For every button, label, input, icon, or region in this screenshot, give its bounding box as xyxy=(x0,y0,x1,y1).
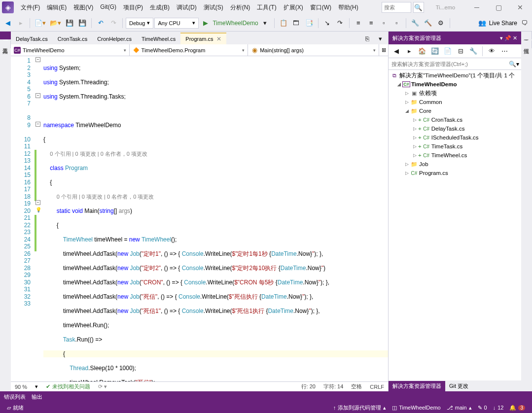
platform-dropdown[interactable]: Any CPU▾ xyxy=(154,18,199,29)
liveshare-icon[interactable]: 👥 xyxy=(476,17,488,29)
step-over-button[interactable]: ↷ xyxy=(334,17,346,29)
minimize-button[interactable]: ─ xyxy=(467,0,487,15)
code-content[interactable]: using System; using System.Threading; us… xyxy=(43,56,388,381)
properties-tab[interactable]: 属性 xyxy=(521,40,532,48)
menu-view[interactable]: 视图(V) xyxy=(71,1,96,14)
collapse-button[interactable]: ⊟ xyxy=(455,45,466,57)
home-button[interactable]: 🏠 xyxy=(416,45,428,57)
tab-delaytask[interactable]: DelayTask.cs xyxy=(11,33,53,44)
tb-icon-b[interactable]: 🔨 xyxy=(422,17,434,29)
properties-button[interactable]: 🔧 xyxy=(467,45,479,57)
tab-git-changes[interactable]: Git 更改 xyxy=(445,381,472,391)
solution-node[interactable]: ⧉解决方案"TimeWheelDemo"(1 个项目/共 1 个 xyxy=(389,71,521,80)
tb-btn-3[interactable]: 📑 xyxy=(303,17,315,29)
fold-button[interactable]: − xyxy=(35,93,40,98)
tab-output[interactable]: 输出 xyxy=(32,393,42,401)
search-button[interactable]: 🔍 xyxy=(413,2,424,13)
fold-button[interactable]: − xyxy=(35,122,40,127)
solution-explorer-header[interactable]: 解决方案资源管理器 ▾ 📌 ✕ xyxy=(389,32,521,44)
config-dropdown[interactable]: Debug▾ xyxy=(126,18,153,29)
sync-button[interactable]: 🔄 xyxy=(429,45,441,57)
fold-button[interactable]: − xyxy=(35,200,40,205)
fold-button[interactable]: − xyxy=(35,57,40,62)
save-button[interactable]: 💾 xyxy=(64,17,75,29)
repo-button[interactable]: ◫ TimeWheelDemo xyxy=(389,405,444,411)
menu-tools[interactable]: 工具(T) xyxy=(254,1,279,14)
nav-method-dropdown[interactable]: ◉ Main(string[] args)▾ xyxy=(248,44,379,56)
menu-extensions[interactable]: 扩展(X) xyxy=(281,1,306,14)
core-folder[interactable]: ◢📁Core xyxy=(389,106,521,115)
tab-pane-options-button[interactable]: ▾ xyxy=(374,33,386,44)
expand-icon[interactable]: ▷ xyxy=(404,100,409,104)
open-button[interactable]: 📂▾ xyxy=(48,17,63,29)
stash-button[interactable]: ↓ 12 xyxy=(490,405,507,411)
options-button[interactable]: ⋯ xyxy=(498,45,510,57)
line-indicator[interactable]: 行: 20 xyxy=(301,383,316,390)
comment-button[interactable]: ▫ xyxy=(378,17,390,29)
menu-edit[interactable]: 编辑(E) xyxy=(44,1,70,14)
nav-class-dropdown[interactable]: 🔶 TimeWheelDemo.Program▾ xyxy=(130,44,248,56)
source-control-button[interactable]: ↑ 添加到源代码管理 ▴ xyxy=(330,404,390,412)
navigate-fwd-button[interactable]: ▸ xyxy=(15,17,27,29)
menu-project[interactable]: 项目(P) xyxy=(120,1,146,14)
tab-error-list[interactable]: 错误列表 xyxy=(4,393,26,401)
auto-hide-button[interactable]: ▾ 📌 ✕ xyxy=(500,35,517,41)
deps-node[interactable]: ▷▣依赖项 xyxy=(389,89,521,98)
server-explorer-tab[interactable]: 服务器资源管理器 xyxy=(0,32,11,39)
menu-debug[interactable]: 调试(D) xyxy=(174,1,200,14)
menu-help[interactable]: 帮助(H) xyxy=(335,1,361,14)
back-button[interactable]: ◀ xyxy=(390,45,402,57)
uncomment-button[interactable]: ▫ xyxy=(391,17,403,29)
maximize-button[interactable]: ▢ xyxy=(489,0,508,15)
navigate-back-button[interactable]: ◀ xyxy=(2,17,14,29)
notifications-button[interactable]: 🔔3 xyxy=(506,405,528,411)
close-tab-icon[interactable]: ✕ xyxy=(216,35,221,42)
file-program[interactable]: ▷C#Program.cs xyxy=(389,169,521,177)
feedback-button[interactable]: 🗨 xyxy=(518,17,530,29)
start-debug-button[interactable]: ▶ xyxy=(200,17,212,29)
tb-icon-a[interactable]: 🔧 xyxy=(409,17,421,29)
step-into-button[interactable]: ↘ xyxy=(321,17,333,29)
expand-icon[interactable]: ▷ xyxy=(404,91,409,96)
menu-analyze[interactable]: 分析(N) xyxy=(227,1,253,14)
indent-button[interactable]: ≡ xyxy=(353,17,364,29)
tab-cronhelper[interactable]: CronHelper.cs xyxy=(92,33,137,44)
tb-btn-2[interactable]: 🗔 xyxy=(290,17,302,29)
nav-project-dropdown[interactable]: C# TimeWheelDemo▾ xyxy=(11,44,130,56)
file-delaytask[interactable]: ▷+ C#DelayTask.cs xyxy=(389,124,521,133)
diagnostics-tab[interactable]: 诊断工具 xyxy=(521,32,532,39)
tb-btn-1[interactable]: 📋 xyxy=(278,17,289,29)
view-button[interactable]: 👁 xyxy=(486,45,497,57)
char-indicator[interactable]: 字符: 14 xyxy=(323,383,343,390)
tab-solution-explorer[interactable]: 解决方案资源管理器 xyxy=(389,381,445,391)
save-all-button[interactable]: 💾 xyxy=(76,17,88,29)
search-input[interactable] xyxy=(382,2,411,13)
liveshare-button[interactable]: Live Share xyxy=(489,20,517,27)
tab-crontask[interactable]: CronTask.cs xyxy=(53,33,93,44)
nav-split-button[interactable]: ⊞ xyxy=(379,44,388,56)
new-project-button[interactable]: 📄▾ xyxy=(33,17,47,29)
project-node[interactable]: ◢C#TimeWheelDemo xyxy=(389,80,521,89)
tab-timewheel[interactable]: TimeWheel.cs xyxy=(137,33,180,44)
zoom-level[interactable]: 90 % xyxy=(15,384,27,390)
show-all-button[interactable]: 📄 xyxy=(442,45,454,57)
start-debug-label[interactable]: TimeWheelDemo xyxy=(213,20,258,27)
close-button[interactable]: ✕ xyxy=(510,0,530,15)
menu-test[interactable]: 测试(S) xyxy=(201,1,226,14)
file-ischeduled[interactable]: ▷+ C#IScheduledTask.cs xyxy=(389,133,521,142)
search-icon[interactable]: 🔍▾ xyxy=(509,61,519,68)
solution-search-input[interactable] xyxy=(390,60,509,68)
preview-tab-button[interactable]: ⎘ xyxy=(361,33,373,44)
start-debug-menu[interactable]: ▾ xyxy=(259,17,271,29)
space-indicator[interactable]: 空格 xyxy=(351,383,362,390)
code-editor[interactable]: 1234567891011121314151617181920212223242… xyxy=(11,56,388,381)
tab-program[interactable]: Program.cs✕ xyxy=(180,33,226,44)
outdent-button[interactable]: ≡ xyxy=(365,17,377,29)
menu-git[interactable]: Git(G) xyxy=(97,1,119,14)
menu-window[interactable]: 窗口(W) xyxy=(307,1,334,14)
tb-icon-c[interactable]: ⚙ xyxy=(435,17,447,29)
lightbulb-icon[interactable]: 💡 xyxy=(35,207,41,212)
fwd-button[interactable]: ▸ xyxy=(403,45,415,57)
undo-button[interactable]: ↶ xyxy=(95,17,106,29)
crlf-indicator[interactable]: CRLF xyxy=(370,384,384,390)
